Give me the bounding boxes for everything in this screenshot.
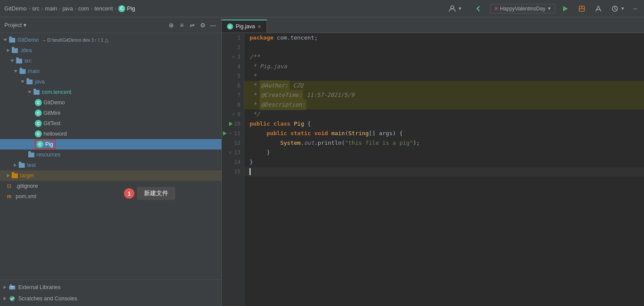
tree-target[interactable]: target bbox=[0, 170, 221, 181]
fold-13[interactable]: ▽ bbox=[228, 150, 233, 155]
code-line-11: public static void main(String[] args) { bbox=[244, 129, 644, 138]
java-label: java bbox=[35, 79, 45, 85]
tree-pig-class[interactable]: C Pig bbox=[0, 139, 221, 150]
user-button[interactable]: ▼ bbox=[444, 3, 467, 14]
ext-lib-icon bbox=[9, 284, 16, 291]
code-content[interactable]: package com.tencent; /** * Pig.java * bbox=[244, 33, 644, 306]
tree-main[interactable]: main bbox=[0, 66, 221, 76]
svg-rect-10 bbox=[10, 288, 13, 289]
external-libraries-item[interactable]: External Libraries bbox=[0, 282, 221, 293]
src-folder-icon bbox=[16, 57, 23, 64]
breadcrumb-main[interactable]: main bbox=[45, 5, 57, 12]
breadcrumb-com[interactable]: com bbox=[78, 5, 89, 12]
tab-pig-icon: C bbox=[227, 23, 233, 30]
project-tree: GitDemo – D:\test\GitDemo dev 1↑ / 1 △ .… bbox=[0, 33, 221, 279]
back-icon bbox=[474, 5, 482, 13]
user-dropdown-arrow: ▼ bbox=[458, 6, 462, 11]
svg-marker-1 bbox=[563, 6, 568, 11]
collapse-all-icon[interactable]: ≡ bbox=[178, 21, 186, 29]
fold-3[interactable]: ▽ bbox=[231, 55, 236, 59]
scratches-label: Scratches and Consoles bbox=[18, 296, 77, 302]
run-config-chevron: ▼ bbox=[547, 6, 551, 11]
back-button[interactable] bbox=[470, 3, 487, 14]
test-label: test bbox=[27, 162, 36, 168]
line-numbers: 1 2 ▽ 3 4 5 6 7 8 ▽ 9 10 bbox=[222, 33, 244, 306]
fold-11[interactable]: ▽ bbox=[228, 131, 233, 136]
annotation-createtime: @CreateTime: bbox=[260, 90, 303, 100]
profile-chevron: ▼ bbox=[621, 6, 625, 11]
tree-pom[interactable]: m pom.xml bbox=[0, 191, 221, 202]
minimize-button[interactable]: — bbox=[631, 4, 640, 13]
tree-gittest-class[interactable]: C GitTest bbox=[0, 118, 221, 129]
run-button[interactable] bbox=[559, 3, 572, 14]
tree-src[interactable]: src bbox=[0, 56, 221, 66]
line-num-3: ▽ 3 bbox=[222, 52, 244, 62]
target-chevron bbox=[7, 174, 10, 177]
debug-icon bbox=[578, 5, 586, 13]
code-line-14: } bbox=[244, 157, 644, 167]
code-editor: 1 2 ▽ 3 4 5 6 7 8 ▽ 9 10 bbox=[222, 33, 644, 306]
tree-com-tencent[interactable]: com.tencent bbox=[0, 87, 221, 97]
line-num-8: 8 bbox=[222, 100, 244, 110]
breadcrumb-src[interactable]: src bbox=[32, 5, 40, 12]
title-bar-actions: ▼ ✕ HappyValentinsDay ▼ bbox=[444, 3, 640, 14]
line-num-11: ▽ 11 bbox=[222, 129, 244, 138]
expand-all-icon[interactable]: ⇌ bbox=[188, 21, 196, 29]
code-line-3: /** bbox=[244, 52, 644, 62]
tree-java[interactable]: java bbox=[0, 76, 221, 87]
idea-label: .idea bbox=[20, 47, 32, 53]
locate-file-icon[interactable]: ⊕ bbox=[167, 21, 175, 29]
tree-gitmini-class[interactable]: C GitMini bbox=[0, 108, 221, 118]
tab-pig-java[interactable]: C Pig.java ✕ bbox=[222, 20, 267, 33]
run-config-dropdown[interactable]: ✕ HappyValentinsDay ▼ bbox=[490, 4, 555, 13]
tree-root-gitdemo[interactable]: GitDemo – D:\test\GitDemo dev 1↑ / 1 △ bbox=[0, 35, 221, 45]
gitignore-icon: ⊟ bbox=[7, 183, 14, 189]
line-num-14: 14 bbox=[222, 157, 244, 167]
code-line-5: * bbox=[244, 71, 644, 81]
fold-9[interactable]: ▽ bbox=[231, 112, 236, 116]
tree-gitignore[interactable]: ⊟ .gitignore bbox=[0, 181, 221, 191]
line-num-6: 6 bbox=[222, 81, 244, 90]
line-num-5: 5 bbox=[222, 71, 244, 81]
gitdemo-class-label: GitDemo bbox=[43, 100, 65, 106]
root-meta: – D:\test\GitDemo dev 1↑ / 1 △ bbox=[43, 37, 108, 43]
breadcrumb: GitDemo › src › main › java › com › tenc… bbox=[4, 5, 441, 12]
code-line-15[interactable] bbox=[244, 167, 644, 176]
code-line-4: * Pig.java bbox=[244, 62, 644, 71]
src-chevron bbox=[10, 60, 14, 62]
tree-test[interactable]: test bbox=[0, 160, 221, 170]
idea-chevron bbox=[7, 49, 10, 52]
line-num-4: 4 bbox=[222, 62, 244, 71]
breadcrumb-gitdemo[interactable]: GitDemo bbox=[4, 5, 27, 12]
coverage-button[interactable] bbox=[592, 3, 605, 14]
run-icon bbox=[561, 5, 569, 13]
code-line-1: package com.tencent; bbox=[244, 33, 644, 43]
pom-icon: m bbox=[7, 193, 14, 200]
idea-folder-icon bbox=[11, 47, 18, 54]
settings-icon[interactable]: ⚙ bbox=[199, 21, 207, 29]
tab-close-button[interactable]: ✕ bbox=[257, 24, 261, 30]
scratches-consoles-item[interactable]: Scratches and Consoles bbox=[0, 293, 221, 304]
hide-icon[interactable]: — bbox=[209, 21, 217, 29]
com-tencent-chevron bbox=[28, 91, 31, 93]
run-arrow-10[interactable] bbox=[229, 122, 233, 126]
run-arrow-11[interactable] bbox=[223, 131, 227, 136]
annotation-author: @Author: bbox=[260, 80, 290, 91]
profile-button[interactable]: ▼ bbox=[608, 3, 627, 14]
profile-icon bbox=[611, 5, 619, 13]
resources-label: resources bbox=[37, 152, 60, 158]
debug-button[interactable] bbox=[575, 3, 588, 14]
tree-idea[interactable]: .idea bbox=[0, 45, 221, 56]
tree-helloword-class[interactable]: C helloword bbox=[0, 129, 221, 139]
target-label: target bbox=[20, 173, 34, 179]
breadcrumb-tencent[interactable]: tencent bbox=[94, 5, 113, 12]
tree-resources[interactable]: resources bbox=[0, 150, 221, 160]
breadcrumb-java[interactable]: java bbox=[63, 5, 73, 12]
root-label: GitDemo bbox=[17, 37, 39, 43]
svg-rect-7 bbox=[9, 286, 15, 289]
test-folder-icon bbox=[18, 162, 25, 169]
code-line-8: * @Description: bbox=[244, 100, 644, 110]
tree-gitdemo-class[interactable]: C GitDemo bbox=[0, 97, 221, 108]
pig-class-icon-breadcrumb: C bbox=[118, 5, 125, 12]
svg-rect-9 bbox=[10, 286, 14, 287]
